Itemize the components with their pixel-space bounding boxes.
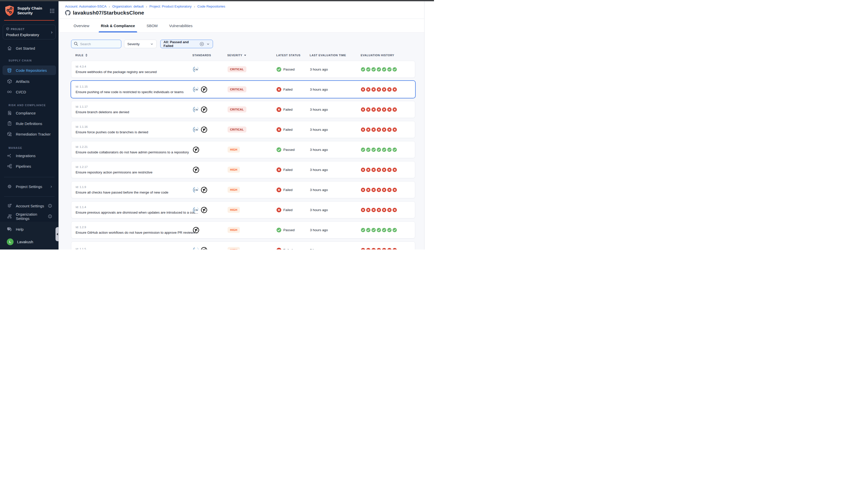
project-card-label: PROJECT xyxy=(11,28,25,31)
history-failed-icon xyxy=(387,107,391,112)
sidebar-item-rule-definitions[interactable]: Rule Definitions xyxy=(2,119,56,128)
tab-overview[interactable]: Overview xyxy=(73,24,90,32)
table-row[interactable]: Id: 1.1.5 CIS HIGH Failed 3 hours ago xyxy=(71,242,415,250)
search-icon xyxy=(74,41,79,47)
sidebar-item-account-settings[interactable]: Account Settings xyxy=(2,201,56,210)
svg-text:CIS: CIS xyxy=(194,249,198,250)
severity-badge: HIGH xyxy=(228,227,240,233)
sidebar-item-code-repositories[interactable]: Code Repositories xyxy=(2,65,56,75)
rule-id: Id: 1.2.9 xyxy=(76,226,86,229)
severity-cell: HIGH xyxy=(228,187,277,193)
failed-status-icon xyxy=(277,127,281,132)
history-passed-icon xyxy=(361,67,365,72)
sidebar-item-help[interactable]: ? Help xyxy=(2,224,56,234)
rule-id: Id: 1.1.15 xyxy=(76,85,88,88)
status-filter-label: All: Passed and Failed xyxy=(164,40,200,48)
tab-risk-and-compliance[interactable]: Risk & Compliance xyxy=(100,24,136,32)
user-menu[interactable]: L Lavakush xyxy=(2,237,56,246)
table-row[interactable]: Id: 1.1.17 Ensure branch deletions are d… xyxy=(71,101,415,118)
standards-cell xyxy=(193,167,228,173)
project-selector-card[interactable]: PROJECT Product Exploratory › xyxy=(3,25,56,39)
cis-standard-icon: CIS xyxy=(193,186,200,193)
sidebar-item-artifacts[interactable]: Artifacts xyxy=(2,76,56,86)
sidebar-item-label: CI/CD xyxy=(16,90,26,94)
standards-cell: CIS xyxy=(193,207,228,214)
sidebar-item-compliance[interactable]: Compliance xyxy=(2,108,56,118)
sidebar-item-get-started[interactable]: Get Started xyxy=(2,44,56,53)
status-label: Passed xyxy=(283,68,294,71)
cis-standard-icon: CIS xyxy=(193,207,200,214)
sidebar-item-pipelines[interactable]: Pipelines xyxy=(2,161,56,171)
sidebar-item-label: Pipelines xyxy=(16,164,31,168)
sidebar-item-remediation-tracker[interactable]: Remediation Tracker xyxy=(2,129,56,139)
severity-filter[interactable]: Severity xyxy=(124,40,157,48)
rule-cell: Id: 1.2.21 Ensure outside collaborators … xyxy=(71,141,193,158)
table-row[interactable]: Id: 1.1.16 Ensure force pushes code to b… xyxy=(71,121,415,138)
tab-vulnerabilities[interactable]: Vulnerabilities xyxy=(169,24,193,32)
history-failed-icon xyxy=(366,87,371,92)
history-failed-icon xyxy=(372,127,376,132)
chevron-down-icon xyxy=(206,42,210,46)
history-failed-icon xyxy=(372,107,376,112)
failed-status-icon xyxy=(277,87,281,92)
section-heading-risk-and-compliance: RISK AND COMPLIANCE xyxy=(0,104,59,107)
column-severity[interactable]: SEVERITY xyxy=(227,54,276,57)
standards-cell: CIS xyxy=(193,86,228,93)
severity-cell: HIGH xyxy=(228,147,277,153)
table-row[interactable]: Id: 1.2.21 Ensure outside collaborators … xyxy=(71,141,415,158)
sidebar-item-cicd[interactable]: CI/CD xyxy=(2,87,56,97)
sidebar-divider xyxy=(4,177,55,177)
search-input[interactable] xyxy=(71,40,121,48)
column-rule[interactable]: RULE xyxy=(71,54,192,57)
evaluation-history xyxy=(361,67,415,72)
history-failed-icon xyxy=(387,208,391,212)
history-failed-icon xyxy=(372,208,376,212)
standards-cell: CIS xyxy=(193,186,228,193)
history-failed-icon xyxy=(361,87,365,92)
table-row[interactable]: Id: 1.1.9 Ensure all checks have passed … xyxy=(71,181,415,198)
rule-cell: Id: 1.1.9 Ensure all checks have passed … xyxy=(71,182,193,198)
history-failed-icon xyxy=(361,127,365,132)
sidebar-item-integrations[interactable]: Integrations xyxy=(2,151,56,160)
search-box xyxy=(71,40,121,48)
table-row[interactable]: Id: 1.1.4 Ensure previous approvals are … xyxy=(71,201,415,218)
right-edge-panel xyxy=(424,1,434,250)
history-passed-icon xyxy=(372,67,376,72)
table-row[interactable]: Id: 4.3.4 Ensure webhooks of the package… xyxy=(71,61,415,78)
severity-badge: HIGH xyxy=(228,147,240,153)
last-evaluation-time: 3 hours ago xyxy=(310,208,361,212)
history-failed-icon xyxy=(387,188,391,192)
tab-sbom[interactable]: SBOM xyxy=(146,24,158,32)
rule-id: Id: 1.2.17 xyxy=(76,166,88,168)
status-label: Failed xyxy=(283,248,293,250)
table-row[interactable]: Id: 1.2.9 Ensure GitHub action workflows… xyxy=(71,221,415,239)
breadcrumb-code-repositories[interactable]: Code Repositories xyxy=(197,4,225,8)
table-row[interactable]: Id: 1.1.15 Ensure pushing of new code is… xyxy=(71,81,415,98)
info-icon[interactable] xyxy=(48,204,54,208)
rules-table-body: Id: 4.3.4 Ensure webhooks of the package… xyxy=(71,61,415,250)
sidebar-item-label: Get Started xyxy=(16,46,35,50)
apps-grid-icon[interactable] xyxy=(50,9,55,13)
table-row[interactable]: Id: 1.2.17 Ensure repository action perm… xyxy=(71,161,415,178)
status-filter[interactable]: All: Passed and Failed xyxy=(160,40,213,48)
severity-badge: CRITICAL xyxy=(228,126,246,133)
sidebar-collapse-handle[interactable] xyxy=(56,227,59,241)
history-passed-icon xyxy=(382,148,386,152)
history-passed-icon xyxy=(372,228,376,232)
history-failed-icon xyxy=(393,248,397,250)
rule-cell: Id: 1.1.15 Ensure pushing of new code is… xyxy=(71,81,193,98)
clear-filter-icon[interactable] xyxy=(200,42,204,46)
info-icon[interactable] xyxy=(48,214,54,218)
remediation-tracker-icon xyxy=(7,132,12,137)
breadcrumb-account[interactable]: Account: Automation-SSCA xyxy=(65,4,107,8)
history-failed-icon xyxy=(366,208,371,212)
brand-divider xyxy=(4,20,55,21)
breadcrumb-organization[interactable]: Organization: default xyxy=(112,4,144,8)
owasp-standard-icon xyxy=(201,86,207,93)
history-failed-icon xyxy=(377,248,381,250)
history-failed-icon xyxy=(382,208,386,212)
sidebar-item-project-settings[interactable]: Project Settings › xyxy=(2,182,56,191)
rule-id: Id: 1.1.16 xyxy=(76,125,88,128)
sidebar-item-organization-settings[interactable]: Organization Settings xyxy=(2,211,56,221)
breadcrumb-project[interactable]: Project: Product Exploratory xyxy=(149,4,192,8)
